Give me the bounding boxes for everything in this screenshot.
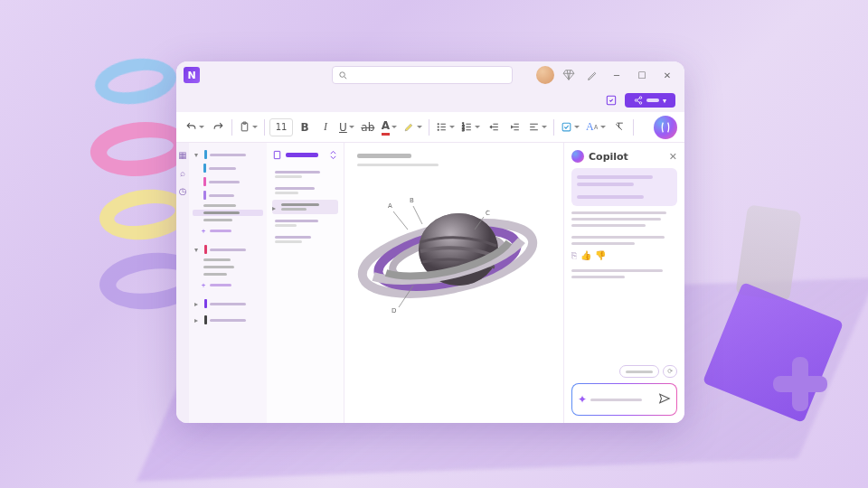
page-date	[357, 164, 439, 166]
send-button[interactable]	[658, 391, 671, 408]
redo-button[interactable]	[209, 117, 227, 138]
thumbs-down-icon[interactable]: 👎	[595, 250, 606, 260]
nav-rail: ▦ ⌕ ◷	[176, 143, 189, 423]
editing-mode-icon[interactable]	[603, 92, 619, 108]
bg-ring-blue	[87, 52, 184, 111]
section-item-selected[interactable]	[193, 210, 263, 216]
page-title[interactable]	[357, 154, 411, 158]
section-item[interactable]	[193, 202, 263, 209]
section-item[interactable]	[193, 217, 263, 223]
premium-diamond-icon[interactable]	[560, 66, 578, 84]
copilot-title: Copilot	[589, 151, 628, 163]
strikethrough-button[interactable]: ab	[359, 117, 377, 138]
page-item[interactable]	[272, 232, 338, 247]
font-color-button[interactable]: A	[380, 117, 399, 138]
svg-point-0	[340, 71, 345, 77]
copilot-feedback-row: ⎘ 👍 👎	[571, 250, 677, 260]
bold-button[interactable]: B	[296, 117, 314, 138]
nav-recent-icon[interactable]: ◷	[178, 186, 187, 195]
diagram-label-a: A	[388, 202, 392, 210]
thumbs-up-icon[interactable]: 👍	[580, 250, 591, 260]
svg-point-10	[438, 124, 439, 125]
bg-jack	[769, 352, 832, 416]
share-row: ▾	[176, 89, 684, 112]
section-item[interactable]	[193, 175, 263, 188]
copilot-icon	[658, 120, 673, 135]
copilot-welcome-card	[571, 168, 677, 206]
copilot-placeholder	[590, 399, 655, 401]
numbering-button[interactable]: 123	[459, 117, 482, 138]
todo-tag-button[interactable]	[559, 117, 581, 138]
section-item[interactable]	[193, 264, 263, 270]
italic-button[interactable]: I	[316, 117, 335, 138]
notebook-tree: ▾ ＋ ▾ ＋ ▸ ▸	[189, 143, 267, 423]
notebook-icon	[272, 150, 282, 160]
share-button[interactable]: ▾	[625, 93, 675, 108]
diagram-label-d: D	[392, 307, 396, 314]
svg-line-6	[637, 99, 640, 100]
suggestion-chip[interactable]	[619, 365, 659, 378]
app-window: N ─ ☐ ✕ ▾ 11 B I U	[176, 61, 684, 423]
maximize-button[interactable]: ☐	[632, 66, 652, 84]
add-section-button[interactable]: ＋	[193, 278, 263, 292]
close-button[interactable]: ✕	[657, 66, 677, 84]
bullets-button[interactable]	[434, 117, 457, 138]
page-item[interactable]	[272, 183, 338, 198]
copilot-input[interactable]: ✦	[571, 383, 677, 416]
section-item[interactable]	[193, 189, 263, 202]
note-canvas[interactable]: A B C D	[344, 143, 563, 423]
page-item-selected[interactable]: ▸	[272, 200, 338, 214]
clear-format-button[interactable]	[610, 117, 628, 138]
saturn-diagram: A B C D	[357, 179, 538, 324]
increase-indent-button[interactable]	[505, 117, 524, 138]
notebook-item[interactable]: ▾	[193, 243, 263, 256]
copilot-close-button[interactable]: ✕	[669, 151, 677, 163]
paste-button[interactable]	[237, 117, 259, 138]
copilot-suggestions: ⟳	[571, 365, 677, 378]
notebook-item[interactable]: ▸	[193, 314, 263, 326]
user-avatar[interactable]	[536, 66, 554, 84]
svg-rect-31	[562, 123, 571, 131]
undo-button[interactable]	[184, 117, 206, 138]
underline-button[interactable]: U	[337, 117, 356, 138]
nav-notebooks-icon[interactable]: ▦	[178, 150, 187, 159]
app-body: ▦ ⌕ ◷ ▾ ＋ ▾ ＋ ▸ ▸	[176, 143, 684, 423]
diagram-label-b: B	[410, 197, 414, 204]
refresh-suggestions-button[interactable]: ⟳	[663, 365, 677, 378]
styles-button[interactable]: Aᴀ	[584, 117, 607, 138]
font-size-input[interactable]: 11	[269, 118, 293, 136]
notebook-item[interactable]: ▸	[193, 297, 263, 310]
highlight-button[interactable]	[401, 117, 424, 138]
svg-point-12	[438, 127, 439, 127]
decrease-indent-button[interactable]	[485, 117, 503, 138]
minimize-button[interactable]: ─	[607, 66, 627, 84]
section-item[interactable]	[193, 257, 263, 263]
sparkle-icon: ✦	[578, 393, 587, 406]
svg-line-1	[344, 76, 346, 78]
add-section-button[interactable]: ＋	[193, 224, 263, 238]
svg-point-14	[438, 129, 439, 130]
page-item[interactable]	[272, 216, 338, 230]
share-icon	[634, 96, 643, 105]
notebook-item[interactable]: ▾	[193, 148, 263, 161]
titlebar: N ─ ☐ ✕	[176, 61, 684, 89]
section-item[interactable]	[193, 271, 263, 277]
pen-draw-icon[interactable]	[583, 66, 601, 84]
svg-text:3: 3	[462, 127, 465, 132]
sort-icon[interactable]	[328, 150, 338, 160]
send-icon	[658, 392, 671, 405]
page-item[interactable]	[272, 167, 338, 182]
page-list: ▸	[267, 143, 344, 423]
nav-search-icon[interactable]: ⌕	[178, 168, 187, 177]
align-button[interactable]	[526, 117, 549, 138]
search-input[interactable]	[332, 66, 513, 84]
svg-point-5	[639, 102, 642, 105]
svg-line-39	[413, 206, 422, 224]
share-label	[646, 99, 659, 102]
copilot-ribbon-button[interactable]	[654, 116, 677, 139]
diagram-label-c: C	[486, 210, 490, 217]
section-item[interactable]	[193, 162, 263, 174]
svg-point-4	[635, 99, 637, 102]
copy-icon[interactable]: ⎘	[571, 250, 577, 260]
svg-line-7	[637, 101, 640, 103]
